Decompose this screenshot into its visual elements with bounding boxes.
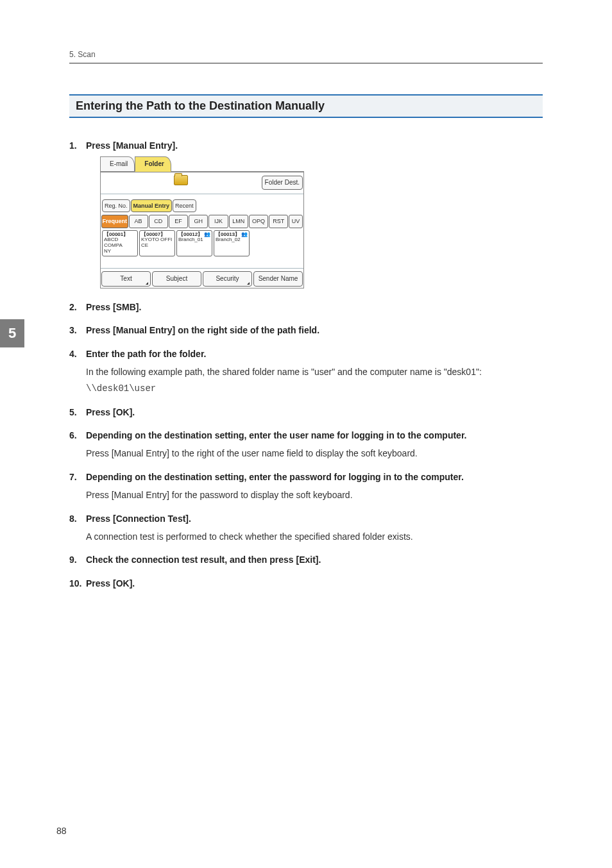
dest-card[interactable]: 【00013】👥 Branch_02 (214, 230, 250, 256)
dest-card[interactable]: 【00007】 KYOTO OFFI CE (139, 230, 175, 256)
text-button-label: Text (120, 275, 132, 282)
step-number: 5. (69, 405, 77, 419)
page-number: 88 (56, 826, 67, 836)
step-number: 10. (69, 576, 81, 590)
step-body: A connection test is performed to check … (86, 530, 543, 544)
section-heading: Entering the Path to the Destination Man… (76, 99, 325, 112)
dest-id: 【00013】 (216, 231, 240, 237)
reg-no-button[interactable]: Reg. No. (102, 199, 130, 212)
security-button-label: Security (216, 275, 239, 282)
dest-name: NY (104, 249, 136, 255)
dest-name: ABCD COMPA (104, 237, 136, 249)
step-body: Press [Manual Entry] to the right of the… (86, 446, 543, 460)
step-number: 4. (69, 347, 77, 361)
step-title: Press [SMB]. (86, 302, 141, 312)
manual-entry-button[interactable]: Manual Entry (131, 199, 173, 212)
share-icon: 👥 (241, 232, 248, 238)
dest-name: Branch_02 (216, 237, 248, 243)
text-button[interactable]: Text (101, 271, 151, 287)
index-opq[interactable]: OPQ (249, 215, 268, 228)
dest-name: Branch_01 (178, 237, 210, 243)
dest-card[interactable]: 【00012】👥 Branch_01 (176, 230, 212, 256)
section-heading-wrap: Entering the Path to the Destination Man… (69, 94, 543, 118)
subject-button-label: Subject (166, 275, 187, 282)
tab-folder[interactable]: Folder (135, 156, 171, 172)
index-ijk[interactable]: IJK (208, 215, 228, 228)
step-title: Press [Connection Test]. (86, 513, 191, 524)
tab-email[interactable]: E-mail (100, 156, 135, 171)
subject-button[interactable]: Subject (152, 271, 201, 287)
scanner-ui-screenshot: E-mail Folder Folder Dest. Reg. No. (100, 156, 304, 288)
dest-name: CE (141, 243, 173, 249)
triangle-icon (146, 282, 148, 285)
step-number: 9. (69, 553, 77, 567)
index-ef[interactable]: EF (169, 215, 188, 228)
dest-id: 【00007】 (141, 231, 166, 237)
share-icon: 👥 (204, 232, 210, 238)
sender-name-button[interactable]: Sender Name (253, 271, 303, 287)
code-sample: \\desk01\user (86, 381, 543, 396)
triangle-icon (247, 282, 250, 285)
step-number: 8. (69, 512, 77, 526)
folder-icon (174, 175, 188, 185)
index-uv[interactable]: UV (289, 215, 303, 228)
step-title: Press [OK]. (86, 578, 135, 588)
step-body: In the following example path, the share… (86, 365, 543, 379)
index-gh[interactable]: GH (189, 215, 208, 228)
dest-id: 【00001】 (104, 231, 128, 237)
step-title: Press [Manual Entry]. (86, 140, 178, 151)
dest-card[interactable]: 【00001】 ABCD COMPA NY (102, 230, 138, 256)
step-number: 6. (69, 428, 77, 442)
step-title: Press [Manual Entry] on the right side o… (86, 325, 319, 335)
security-button[interactable]: Security (203, 271, 252, 287)
recent-button[interactable]: Recent (173, 199, 196, 212)
index-cd[interactable]: CD (149, 215, 168, 228)
breadcrumb: 5. Scan (69, 50, 96, 59)
step-title: Press [OK]. (86, 407, 135, 417)
step-title: Depending on the destination setting, en… (86, 430, 466, 440)
step-number: 2. (69, 300, 77, 314)
index-ab[interactable]: AB (129, 215, 148, 228)
sender-name-button-label: Sender Name (259, 275, 298, 282)
step-title: Enter the path for the folder. (86, 349, 206, 359)
index-rst[interactable]: RST (269, 215, 288, 228)
step-title: Check the connection test result, and th… (86, 555, 321, 565)
step-number: 7. (69, 470, 77, 484)
step-body: Press [Manual Entry] for the password to… (86, 488, 543, 502)
step-number: 3. (69, 323, 77, 337)
index-lmn[interactable]: LMN (229, 215, 248, 228)
step-title: Depending on the destination setting, en… (86, 472, 464, 482)
dest-id: 【00012】 (178, 231, 203, 237)
step-number: 1. (69, 138, 77, 153)
index-frequent[interactable]: Frequent (101, 215, 128, 228)
folder-dest-button[interactable]: Folder Dest. (262, 176, 303, 190)
chapter-tab: 5 (0, 319, 24, 347)
